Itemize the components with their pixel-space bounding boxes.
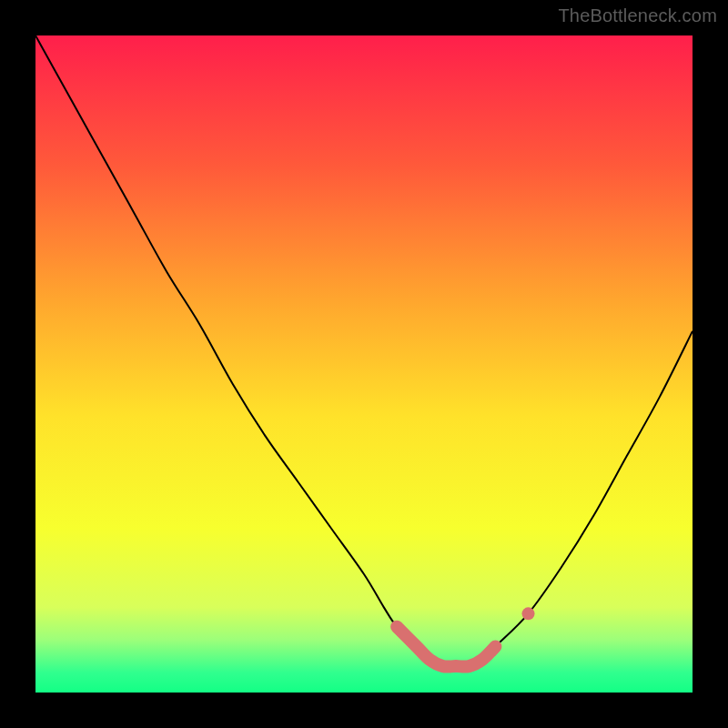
watermark-text: TheBottleneck.com (558, 5, 717, 26)
highlight-end-dot (522, 607, 535, 620)
bottleneck-curve-path (35, 35, 693, 667)
chart-svg (35, 35, 693, 693)
highlight-path (397, 627, 495, 667)
chart-frame (6, 6, 722, 722)
